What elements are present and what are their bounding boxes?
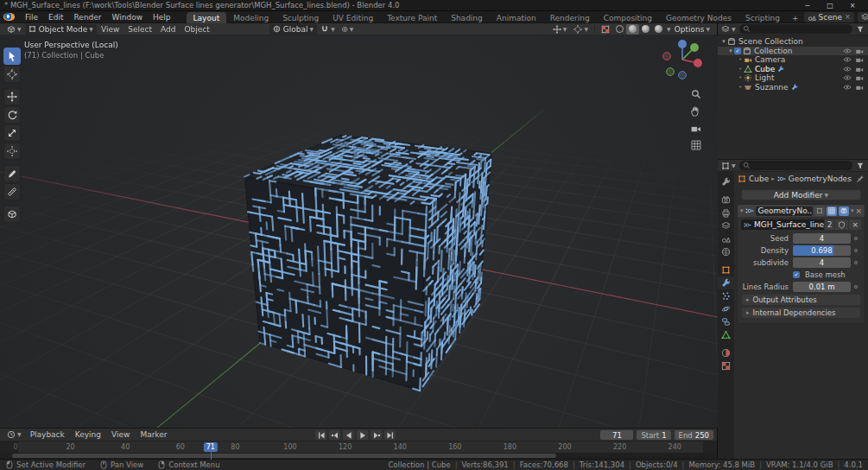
tab-world[interactable] [718, 245, 734, 258]
play-reverse-button[interactable] [343, 430, 354, 440]
timeline-editor-type-button[interactable]: ▼ [3, 429, 25, 440]
tab-texture[interactable] [718, 359, 734, 372]
rotate-tool[interactable] [3, 106, 21, 124]
menu-window[interactable]: Window [107, 13, 149, 22]
menu-object[interactable]: Object [181, 25, 214, 34]
frame-start-field[interactable]: Start1 [637, 430, 670, 440]
render-visibility-icon[interactable] [855, 55, 864, 64]
options-dropdown[interactable]: Options▼ [671, 24, 713, 35]
scale-tool[interactable] [3, 124, 21, 142]
toggle-perspective-icon[interactable] [691, 140, 701, 150]
modifier-name-input[interactable]: GeometryNo... [756, 206, 813, 216]
expand-icon[interactable]: ▾ [740, 208, 744, 214]
seed-input[interactable]: 4 [793, 233, 851, 244]
workspace-tab-compositing[interactable]: Compositing [597, 12, 659, 23]
mode-dropdown[interactable]: Object Mode▼ [25, 24, 97, 35]
xray-toggle[interactable] [598, 24, 613, 35]
tab-constraints[interactable] [718, 315, 734, 328]
menu-keying[interactable]: Keying [70, 430, 106, 439]
base-mesh-checkbox[interactable]: ✓ [793, 271, 800, 278]
modifier-extras-dropdown[interactable]: ▾ [851, 208, 854, 214]
display-editmode-toggle[interactable] [814, 206, 825, 216]
shading-wireframe-button[interactable] [613, 24, 626, 35]
tab-view-layer[interactable] [718, 219, 734, 232]
expand-icon[interactable]: ▾ [720, 38, 727, 45]
breadcrumb-object[interactable]: Cube [749, 175, 769, 183]
breadcrumb-modifier[interactable]: GeometryNodes [789, 175, 852, 183]
density-slider[interactable]: 0.698 [793, 245, 851, 256]
menu-edit[interactable]: Edit [43, 13, 68, 22]
subdivide-extras-icon[interactable] [851, 261, 861, 264]
outliner-row-suzanne[interactable]: • Suzanne [718, 83, 868, 92]
display-realtime-toggle[interactable] [827, 206, 837, 216]
cursor-tool[interactable] [3, 66, 21, 83]
seed-extras-icon[interactable] [851, 237, 861, 240]
render-visibility-icon[interactable] [855, 73, 864, 82]
outliner-row-light[interactable]: • Light [718, 73, 868, 83]
modifier-close-icon[interactable]: × [855, 206, 862, 215]
workspace-tab-sculpting[interactable]: Sculpting [276, 12, 326, 23]
tab-particles[interactable] [718, 289, 734, 302]
menu-marker[interactable]: Marker [135, 430, 172, 439]
add-workspace-button[interactable]: + [787, 12, 804, 23]
modifier-panel-header[interactable]: ▾ GeometryNo... ▾ × [738, 205, 865, 217]
jump-to-start-button[interactable] [315, 430, 326, 440]
scene-selector[interactable]: Scene × [804, 12, 854, 22]
render-visibility-icon[interactable] [855, 65, 864, 73]
blender-logo-icon[interactable] [3, 13, 15, 21]
next-keyframe-button[interactable] [371, 430, 382, 440]
transform-orientation-dropdown[interactable]: Global▼ [269, 24, 317, 35]
node-group-users-button[interactable]: 2 [825, 219, 835, 230]
menu-view[interactable]: View [97, 25, 124, 34]
workspace-tab-shading[interactable]: Shading [444, 12, 490, 23]
jump-to-end-button[interactable] [384, 430, 396, 440]
viewport-canvas[interactable] [0, 35, 718, 428]
menu-file[interactable]: File [20, 13, 43, 22]
select-box-tool[interactable] [3, 48, 21, 65]
menu-render[interactable]: Render [69, 13, 107, 22]
display-render-toggle[interactable] [839, 206, 849, 216]
tab-scene[interactable] [718, 232, 734, 245]
hide-eye-icon[interactable] [843, 83, 852, 92]
transform-tool[interactable] [3, 143, 21, 160]
timeline-scrollbar-track[interactable] [0, 453, 717, 459]
properties-filter-icon[interactable] [856, 162, 865, 170]
view-layer-selector[interactable]: ViewLayer × [858, 12, 868, 22]
close-button[interactable]: × [841, 0, 864, 11]
pin-icon[interactable] [856, 175, 865, 183]
gizmo-neg-z-axis[interactable] [679, 72, 687, 79]
tab-physics[interactable] [718, 302, 734, 315]
outliner-row-collection[interactable]: ▾ ✓ Collection [718, 47, 868, 56]
current-frame-field[interactable]: 71 [600, 430, 633, 440]
annotate-tool[interactable] [3, 165, 21, 182]
menu-playback[interactable]: Playback [25, 430, 70, 439]
prev-keyframe-button[interactable] [329, 430, 340, 440]
node-group-field[interactable]: MGH_Surface_lines [741, 219, 824, 230]
workspace-tab-geometry-nodes[interactable]: Geometry Nodes [659, 12, 738, 23]
outliner-editor-icon[interactable] [721, 25, 730, 34]
hide-eye-icon[interactable] [843, 47, 852, 55]
proportional-edit-toggle[interactable]: ◎▼ [339, 24, 358, 35]
outliner-row-cube[interactable]: • Cube [718, 65, 868, 74]
camera-view-icon[interactable] [690, 123, 701, 134]
zoom-icon[interactable] [691, 89, 701, 99]
shading-material-button[interactable] [639, 24, 652, 35]
measure-tool[interactable] [3, 183, 21, 200]
add-modifier-button[interactable]: Add Modifier▼ [741, 189, 861, 200]
lines-radius-extras-icon[interactable] [851, 285, 861, 289]
play-button[interactable] [357, 430, 368, 440]
frame-end-field[interactable]: End250 [675, 430, 713, 440]
tab-object-data[interactable] [718, 328, 734, 341]
properties-search-input[interactable] [739, 161, 852, 170]
outliner-row-scene-collection[interactable]: ▾ Scene Collection [718, 37, 868, 47]
editor-type-button[interactable]: ▼ [3, 24, 25, 35]
maximize-button[interactable]: □ [819, 0, 841, 11]
shading-rendered-button[interactable] [652, 24, 665, 35]
internal-dependencies-section[interactable]: ▸Internal Dependencies [742, 308, 860, 318]
scene-unlink-icon[interactable]: × [845, 13, 851, 21]
workspace-tab-layout[interactable]: Layout [187, 12, 227, 23]
tab-material[interactable] [718, 346, 734, 359]
properties-editor-icon[interactable] [721, 162, 730, 170]
workspace-tab-modeling[interactable]: Modeling [226, 12, 276, 23]
outliner-filter-icon[interactable] [856, 25, 865, 34]
